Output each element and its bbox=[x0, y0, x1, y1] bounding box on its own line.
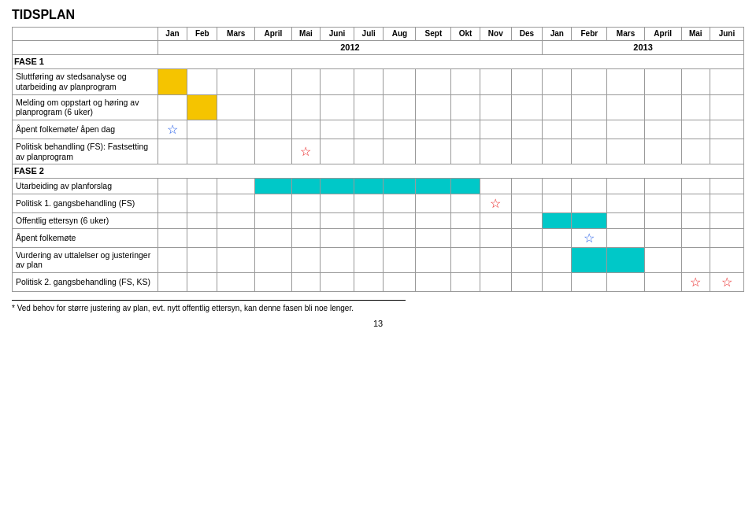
table-row: Politisk 2. gangsbehandling (FS, KS)☆☆ bbox=[13, 273, 744, 292]
year-label-empty bbox=[13, 41, 158, 55]
grid-cell bbox=[543, 179, 572, 194]
table-row: Sluttføring av stedsanalyse og utarbeidi… bbox=[13, 69, 744, 94]
grid-cell bbox=[416, 247, 451, 272]
grid-cell bbox=[291, 247, 320, 272]
month-juli-2012: Juli bbox=[354, 28, 384, 41]
grid-cell: ☆ bbox=[291, 139, 320, 164]
grid-cell bbox=[607, 94, 645, 120]
grid-cell bbox=[416, 120, 451, 139]
grid-cell bbox=[384, 139, 416, 164]
grid-cell bbox=[187, 94, 217, 120]
grid-cell bbox=[291, 194, 320, 212]
page-title: TIDSPLAN bbox=[12, 8, 744, 22]
grid-cell bbox=[187, 247, 217, 272]
grid-cell bbox=[158, 194, 187, 212]
grid-cell bbox=[451, 273, 480, 292]
grid-cell bbox=[291, 94, 320, 120]
grid-cell bbox=[480, 139, 511, 164]
grid-cell bbox=[681, 94, 710, 120]
table-row: Politisk behandling (FS): Fastsetting av… bbox=[13, 139, 744, 164]
grid-cell bbox=[255, 179, 292, 194]
grid-cell bbox=[187, 213, 217, 229]
grid-cell bbox=[384, 213, 416, 229]
year-2013: 2013 bbox=[543, 41, 744, 55]
grid-cell bbox=[354, 139, 384, 164]
grid-cell bbox=[710, 194, 743, 212]
grid-cell bbox=[255, 69, 292, 94]
month-april-2013: April bbox=[644, 28, 681, 41]
grid-cell bbox=[384, 194, 416, 212]
grid-cell bbox=[644, 213, 681, 229]
grid-cell bbox=[607, 273, 645, 292]
grid-cell bbox=[710, 120, 743, 139]
grid-cell bbox=[511, 228, 542, 247]
grid-cell bbox=[480, 213, 511, 229]
grid-cell bbox=[607, 139, 645, 164]
grid-cell bbox=[384, 120, 416, 139]
grid-cell bbox=[354, 213, 384, 229]
grid-cell bbox=[354, 120, 384, 139]
row-label: Utarbeiding av planforslag bbox=[13, 179, 158, 194]
red-star-icon: ☆ bbox=[721, 275, 732, 290]
row-label: Politisk behandling (FS): Fastsetting av… bbox=[13, 139, 158, 164]
grid-cell bbox=[644, 273, 681, 292]
page-number: 13 bbox=[12, 319, 744, 328]
grid-cell: ☆ bbox=[572, 228, 607, 247]
grid-cell bbox=[217, 228, 255, 247]
grid-cell bbox=[607, 179, 645, 194]
grid-cell bbox=[511, 139, 542, 164]
grid-cell bbox=[321, 228, 354, 247]
footnote: * Ved behov for større justering av plan… bbox=[12, 300, 406, 312]
grid-cell bbox=[511, 273, 542, 292]
grid-cell bbox=[384, 94, 416, 120]
grid-cell bbox=[158, 228, 187, 247]
grid-cell bbox=[321, 273, 354, 292]
month-aug-2012: Aug bbox=[384, 28, 416, 41]
tidsplan-table: Jan Feb Mars April Mai Juni Juli Aug Sep… bbox=[12, 27, 744, 292]
grid-cell bbox=[710, 213, 743, 229]
grid-cell bbox=[255, 273, 292, 292]
grid-cell bbox=[291, 213, 320, 229]
grid-cell bbox=[710, 247, 743, 272]
grid-cell bbox=[710, 179, 743, 194]
grid-cell bbox=[187, 228, 217, 247]
row-label: Åpent folkemøte bbox=[13, 228, 158, 247]
grid-cell bbox=[217, 194, 255, 212]
year-2012: 2012 bbox=[158, 41, 542, 55]
grid-cell bbox=[354, 228, 384, 247]
grid-cell bbox=[158, 139, 187, 164]
grid-cell bbox=[681, 120, 710, 139]
grid-cell bbox=[644, 94, 681, 120]
grid-cell bbox=[572, 179, 607, 194]
grid-cell bbox=[511, 194, 542, 212]
grid-cell bbox=[321, 69, 354, 94]
phase-label: FASE 1 bbox=[13, 55, 744, 69]
grid-cell bbox=[511, 179, 542, 194]
grid-cell bbox=[572, 120, 607, 139]
grid-cell bbox=[572, 139, 607, 164]
grid-cell bbox=[321, 139, 354, 164]
grid-cell bbox=[158, 213, 187, 229]
grid-cell bbox=[480, 228, 511, 247]
grid-cell bbox=[384, 273, 416, 292]
row-label: Åpent folkemøte/ åpen dag bbox=[13, 120, 158, 139]
grid-cell bbox=[187, 120, 217, 139]
month-mai-2012: Mai bbox=[291, 28, 320, 41]
grid-cell: ☆ bbox=[480, 194, 511, 212]
grid-cell bbox=[354, 94, 384, 120]
grid-cell bbox=[291, 120, 320, 139]
month-mars-2013: Mars bbox=[607, 28, 645, 41]
grid-cell bbox=[644, 228, 681, 247]
month-febr-2013: Febr bbox=[572, 28, 607, 41]
red-star-icon: ☆ bbox=[490, 196, 501, 211]
blue-star-icon: ☆ bbox=[167, 122, 178, 137]
grid-cell bbox=[416, 139, 451, 164]
grid-cell bbox=[511, 69, 542, 94]
grid-cell bbox=[710, 139, 743, 164]
grid-cell bbox=[255, 247, 292, 272]
month-juni-2013: Juni bbox=[710, 28, 743, 41]
grid-cell bbox=[681, 69, 710, 94]
grid-cell bbox=[416, 273, 451, 292]
grid-cell bbox=[480, 69, 511, 94]
grid-cell bbox=[607, 213, 645, 229]
